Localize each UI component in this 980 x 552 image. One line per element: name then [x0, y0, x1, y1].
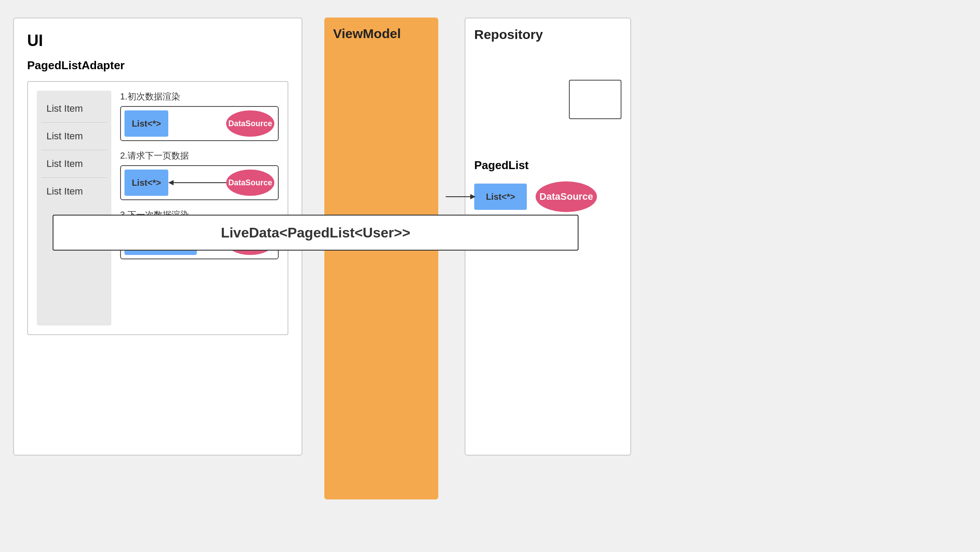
adapter-label: PagedListAdapter — [27, 59, 288, 72]
svg-marker-3 — [470, 194, 476, 199]
diagram-section-1: 1.初次数据渲染 List<*> DataSource — [120, 91, 279, 141]
diagram-box-2: List<*> DataSource — [120, 165, 279, 200]
viewmodel-title: ViewModel — [324, 18, 438, 50]
paged-list-label: PagedList — [474, 159, 529, 172]
list-items-column: List Item List Item List Item List Item — [37, 91, 111, 326]
ui-title: UI — [27, 32, 288, 50]
main-layout: UI PagedListAdapter List Item List Item … — [0, 0, 980, 552]
list-item-3: List Item — [41, 150, 107, 178]
diagram-label-2: 2.请求下一页数据 — [120, 150, 279, 162]
diagrams-column: 1.初次数据渲染 List<*> DataSource 2.请求下一页数据 — [120, 91, 279, 326]
repo-list-block: List<*> — [474, 184, 527, 210]
datasource-oval-2: DataSource — [226, 170, 274, 196]
diagram-box-1: List<*> DataSource — [120, 106, 279, 141]
datasource-oval-1: DataSource — [226, 110, 274, 137]
svg-marker-1 — [168, 180, 174, 185]
repository-title: Repository — [465, 18, 630, 51]
diagram-section-2: 2.请求下一页数据 List<*> DataSource — [120, 150, 279, 200]
repo-arrow-svg — [446, 192, 481, 201]
list-block-2: List<*> — [124, 170, 168, 196]
list-item-2: List Item — [41, 123, 107, 150]
viewmodel-panel: ViewModel LiveData<PagedList<User>> — [324, 18, 438, 499]
list-item-1: List Item — [41, 95, 107, 123]
list-item-4: List Item — [41, 178, 107, 205]
diagram-label-1: 1.初次数据渲染 — [120, 91, 279, 103]
livedata-box: LiveData<PagedList<User>> — [53, 215, 579, 251]
list-block-1: List<*> — [124, 110, 168, 137]
repo-datasource-oval: DataSource — [536, 181, 597, 212]
paged-list-row: List<*> DataSource — [474, 181, 597, 212]
repo-small-box — [569, 80, 621, 119]
inner-box: List Item List Item List Item List Item … — [27, 81, 288, 335]
